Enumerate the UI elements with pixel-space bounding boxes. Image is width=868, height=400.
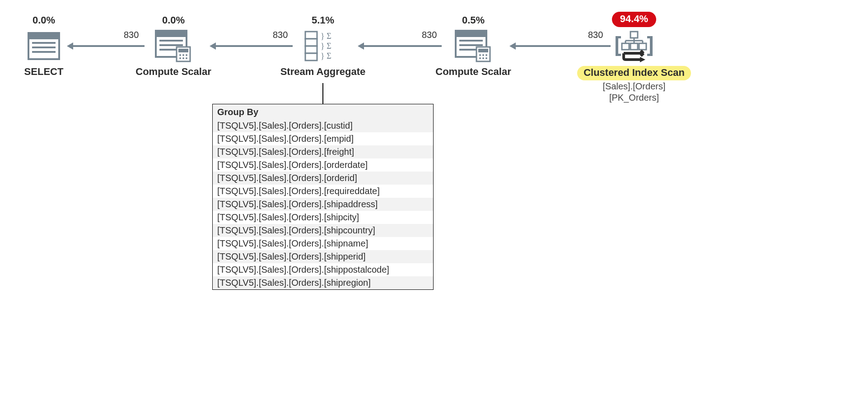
svg-rect-38 — [616, 36, 618, 56]
svg-point-35 — [479, 57, 481, 59]
node-label: Stream Aggregate — [280, 66, 366, 78]
svg-rect-21 — [305, 53, 317, 60]
compute-scalar-icon — [155, 30, 192, 62]
node-label-highlighted: Clustered Index Scan — [577, 66, 691, 80]
table-icon — [28, 30, 60, 62]
svg-marker-53 — [640, 57, 645, 62]
svg-rect-46 — [630, 43, 638, 50]
svg-rect-26 — [456, 31, 486, 37]
plan-node-compute-scalar-2[interactable]: 0.5% Compute Scalar — [428, 14, 518, 78]
group-by-column: [TSQLV5].[Sales].[Orders].[requireddate] — [213, 185, 433, 198]
node-sublabel: [Sales].[Orders] — [603, 81, 666, 92]
svg-point-34 — [485, 54, 487, 56]
svg-point-15 — [179, 57, 181, 59]
svg-rect-44 — [630, 32, 638, 38]
group-by-column: [TSQLV5].[Sales].[Orders].[orderid] — [213, 172, 433, 185]
group-by-column: [TSQLV5].[Sales].[Orders].[shipcountry] — [213, 224, 433, 237]
group-by-column: [TSQLV5].[Sales].[Orders].[custid] — [213, 119, 433, 132]
cost-label: 5.1% — [312, 14, 334, 26]
node-sublabel: [PK_Orders] — [609, 93, 659, 103]
node-label: Compute Scalar — [435, 66, 511, 78]
group-by-column: [TSQLV5].[Sales].[Orders].[empid] — [213, 132, 433, 145]
svg-rect-42 — [647, 36, 653, 38]
svg-text:} Σ: } Σ — [321, 51, 331, 60]
svg-rect-18 — [305, 32, 317, 39]
node-label: SELECT — [24, 66, 64, 78]
group-by-column: [TSQLV5].[Sales].[Orders].[shipname] — [213, 237, 433, 250]
group-by-column: [TSQLV5].[Sales].[Orders].[shippostalcod… — [213, 263, 433, 276]
svg-text:} Σ: } Σ — [321, 32, 331, 41]
svg-rect-43 — [647, 54, 653, 56]
svg-text:} Σ: } Σ — [321, 42, 331, 51]
group-by-column: [TSQLV5].[Sales].[Orders].[orderdate] — [213, 158, 433, 172]
cost-badge: 94.4% — [612, 12, 656, 27]
svg-rect-47 — [639, 43, 646, 50]
detail-title: Group By — [213, 104, 433, 119]
group-by-column: [TSQLV5].[Sales].[Orders].[shipcity] — [213, 211, 433, 224]
svg-rect-11 — [178, 49, 188, 52]
index-scan-icon — [616, 30, 653, 62]
svg-rect-31 — [478, 49, 488, 52]
cost-label: 0.5% — [462, 14, 485, 26]
group-by-column: [TSQLV5].[Sales].[Orders].[shipaddress] — [213, 198, 433, 211]
svg-rect-19 — [305, 39, 317, 46]
svg-point-14 — [186, 54, 187, 56]
svg-point-37 — [485, 57, 487, 59]
svg-rect-1 — [28, 33, 59, 39]
svg-rect-39 — [616, 36, 621, 38]
stream-aggregate-icon: } Σ } Σ } Σ — [304, 30, 341, 62]
plan-node-select[interactable]: 0.0% SELECT — [14, 14, 73, 78]
group-by-column: [TSQLV5].[Sales].[Orders].[shipperid] — [213, 250, 433, 263]
cost-label: 0.0% — [33, 14, 55, 26]
compute-scalar-icon — [455, 30, 492, 62]
svg-rect-40 — [616, 54, 621, 56]
group-by-column: [TSQLV5].[Sales].[Orders].[freight] — [213, 145, 433, 158]
svg-point-16 — [182, 57, 184, 59]
svg-point-17 — [186, 57, 187, 59]
svg-point-36 — [482, 57, 484, 59]
group-by-detail-panel[interactable]: Group By [TSQLV5].[Sales].[Orders].[cust… — [212, 104, 434, 290]
svg-point-32 — [479, 54, 481, 56]
svg-rect-20 — [305, 46, 317, 53]
svg-rect-41 — [650, 36, 653, 56]
group-by-column: [TSQLV5].[Sales].[Orders].[shipregion] — [213, 276, 433, 289]
svg-rect-45 — [622, 43, 629, 50]
svg-point-13 — [182, 54, 184, 56]
node-label: Compute Scalar — [135, 66, 211, 78]
detail-connector — [322, 83, 323, 104]
cost-label: 0.0% — [162, 14, 185, 26]
svg-point-33 — [482, 54, 484, 56]
plan-node-clustered-index-scan[interactable]: 94.4% Clustered Index Scan [Sales].[Orde… — [571, 12, 697, 103]
svg-rect-6 — [156, 31, 187, 37]
svg-point-12 — [179, 54, 181, 56]
plan-node-compute-scalar-1[interactable]: 0.0% Compute Scalar — [128, 14, 219, 78]
